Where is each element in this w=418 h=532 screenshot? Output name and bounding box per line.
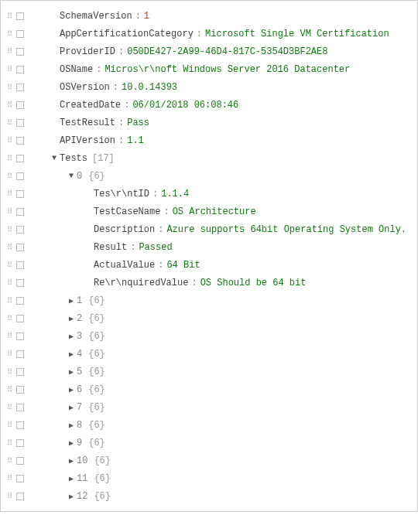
actions-icon[interactable] bbox=[15, 84, 26, 91]
drag-grip-icon[interactable]: ⠿ bbox=[4, 172, 15, 181]
value: Azure supports 64bit Operating System On… bbox=[166, 224, 406, 235]
colon: : bbox=[130, 242, 135, 253]
key: APIVersion bbox=[60, 135, 115, 146]
value: Micros\r\noft Windows Server 2016 Datace… bbox=[104, 64, 350, 75]
drag-grip-icon[interactable]: ⠿ bbox=[4, 261, 15, 270]
svg-rect-16 bbox=[17, 297, 24, 304]
actions-icon[interactable] bbox=[15, 404, 26, 411]
index: 6 bbox=[77, 384, 82, 395]
drag-grip-icon[interactable]: ⠿ bbox=[4, 65, 15, 74]
drag-grip-icon[interactable]: ⠿ bbox=[4, 136, 15, 145]
index: 12 bbox=[77, 491, 87, 502]
row-result: ⠿ Result : Passed bbox=[4, 238, 414, 256]
expand-toggle-icon[interactable]: ▶ bbox=[66, 350, 77, 359]
row-api-version: ⠿ APIVersion : 1.1 bbox=[4, 131, 414, 149]
key: TestResult bbox=[60, 118, 115, 128]
expand-toggle-icon[interactable]: ▶ bbox=[66, 296, 77, 305]
drag-grip-icon[interactable]: ⠿ bbox=[4, 207, 15, 217]
object-size: {6} bbox=[94, 455, 111, 466]
drag-grip-icon[interactable]: ⠿ bbox=[4, 189, 15, 199]
actions-icon[interactable] bbox=[15, 350, 26, 358]
actions-icon[interactable] bbox=[15, 315, 26, 322]
drag-grip-icon[interactable]: ⠿ bbox=[4, 296, 15, 305]
expand-toggle-icon[interactable]: ▶ bbox=[66, 438, 77, 448]
actions-icon[interactable] bbox=[15, 332, 26, 340]
actions-icon[interactable] bbox=[15, 439, 26, 447]
actions-icon[interactable] bbox=[15, 386, 26, 394]
actions-icon[interactable] bbox=[15, 279, 26, 287]
index: 8 bbox=[77, 420, 82, 431]
actions-icon[interactable] bbox=[15, 261, 26, 269]
row-test-collapsed: ⠿▶5{6} bbox=[4, 363, 414, 380]
drag-grip-icon[interactable]: ⠿ bbox=[4, 154, 15, 163]
drag-grip-icon[interactable]: ⠿ bbox=[4, 421, 15, 430]
value: 1 bbox=[144, 11, 149, 22]
drag-grip-icon[interactable]: ⠿ bbox=[4, 29, 15, 39]
drag-grip-icon[interactable]: ⠿ bbox=[4, 101, 15, 110]
expand-toggle-icon[interactable]: ▶ bbox=[66, 492, 77, 501]
drag-grip-icon[interactable]: ⠿ bbox=[4, 243, 15, 252]
expand-toggle-icon[interactable]: ▶ bbox=[66, 403, 77, 412]
drag-grip-icon[interactable]: ⠿ bbox=[4, 385, 15, 394]
drag-grip-icon[interactable]: ⠿ bbox=[4, 474, 15, 483]
actions-icon[interactable] bbox=[15, 493, 26, 500]
expand-toggle-icon[interactable]: ▶ bbox=[66, 421, 77, 430]
row-actual-value: ⠿ ActualValue : 64 Bit bbox=[4, 256, 414, 274]
drag-grip-icon[interactable]: ⠿ bbox=[4, 12, 15, 21]
actions-icon[interactable] bbox=[15, 208, 26, 216]
key: Tests bbox=[60, 153, 87, 164]
actions-icon[interactable] bbox=[15, 155, 26, 162]
actions-icon[interactable] bbox=[15, 244, 26, 251]
value: 10.0.14393 bbox=[122, 82, 177, 93]
object-size: {6} bbox=[88, 384, 105, 395]
expand-toggle-icon[interactable]: ▶ bbox=[66, 385, 77, 394]
drag-grip-icon[interactable]: ⠿ bbox=[4, 278, 15, 288]
actions-icon[interactable] bbox=[15, 226, 26, 234]
actions-icon[interactable] bbox=[15, 368, 26, 376]
svg-rect-12 bbox=[17, 226, 24, 233]
actions-icon[interactable] bbox=[15, 190, 26, 198]
expand-toggle-icon[interactable]: ▼ bbox=[49, 154, 60, 162]
actions-icon[interactable] bbox=[15, 30, 26, 38]
actions-icon[interactable] bbox=[15, 48, 26, 56]
actions-icon[interactable] bbox=[15, 421, 26, 429]
expand-toggle-icon[interactable]: ▶ bbox=[66, 367, 77, 377]
svg-rect-26 bbox=[17, 475, 24, 482]
svg-rect-27 bbox=[17, 493, 24, 500]
actions-icon[interactable] bbox=[15, 475, 26, 483]
actions-icon[interactable] bbox=[15, 119, 26, 127]
actions-icon[interactable] bbox=[15, 457, 26, 465]
actions-icon[interactable] bbox=[15, 12, 26, 20]
key: SchemaVersion bbox=[60, 11, 132, 22]
drag-grip-icon[interactable]: ⠿ bbox=[4, 367, 15, 377]
actions-icon[interactable] bbox=[15, 297, 26, 305]
expand-toggle-icon[interactable]: ▶ bbox=[66, 332, 77, 341]
drag-grip-icon[interactable]: ⠿ bbox=[4, 456, 15, 466]
expand-toggle-icon[interactable]: ▶ bbox=[66, 456, 77, 466]
drag-grip-icon[interactable]: ⠿ bbox=[4, 47, 15, 56]
colon: : bbox=[113, 82, 118, 93]
row-test-collapsed: ⠿▶10{6} bbox=[4, 452, 414, 469]
drag-grip-icon[interactable]: ⠿ bbox=[4, 118, 15, 128]
drag-grip-icon[interactable]: ⠿ bbox=[4, 403, 15, 412]
object-size: {6} bbox=[88, 171, 105, 182]
drag-grip-icon[interactable]: ⠿ bbox=[4, 225, 15, 234]
drag-grip-icon[interactable]: ⠿ bbox=[4, 438, 15, 448]
actions-icon[interactable] bbox=[15, 172, 26, 180]
actions-icon[interactable] bbox=[15, 101, 26, 109]
drag-grip-icon[interactable]: ⠿ bbox=[4, 492, 15, 501]
svg-rect-7 bbox=[17, 137, 24, 144]
expand-toggle-icon[interactable]: ▶ bbox=[66, 314, 77, 323]
expand-toggle-icon[interactable]: ▼ bbox=[66, 172, 77, 180]
actions-icon[interactable] bbox=[15, 66, 26, 73]
row-test-collapsed: ⠿▶6{6} bbox=[4, 380, 414, 398]
row-test-collapsed: ⠿▶8{6} bbox=[4, 416, 414, 434]
drag-grip-icon[interactable]: ⠿ bbox=[4, 332, 15, 341]
svg-rect-9 bbox=[17, 172, 24, 179]
key: CreatedDate bbox=[60, 100, 121, 111]
actions-icon[interactable] bbox=[15, 137, 26, 145]
drag-grip-icon[interactable]: ⠿ bbox=[4, 83, 15, 92]
expand-toggle-icon[interactable]: ▶ bbox=[66, 474, 77, 483]
drag-grip-icon[interactable]: ⠿ bbox=[4, 314, 15, 323]
drag-grip-icon[interactable]: ⠿ bbox=[4, 350, 15, 359]
